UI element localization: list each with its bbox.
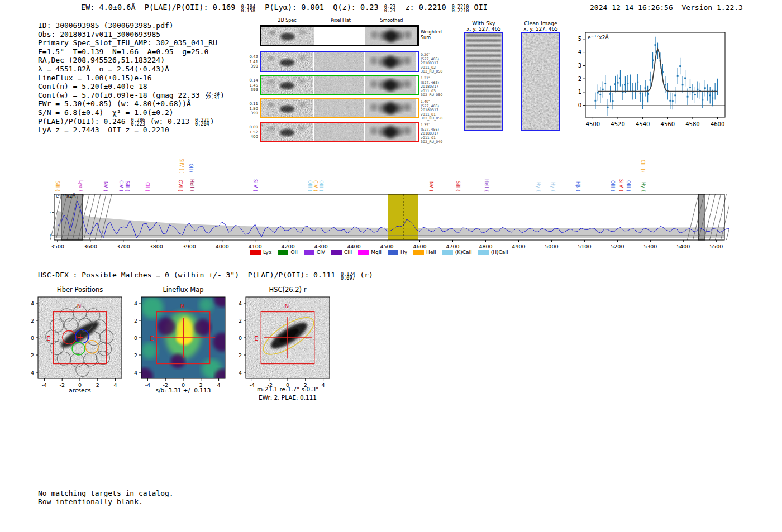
cutout-row-4 bbox=[260, 122, 419, 142]
svg-text:2: 2 bbox=[31, 318, 34, 324]
svg-text:4500: 4500 bbox=[380, 243, 393, 250]
withsky-fiber-stack bbox=[465, 33, 502, 130]
svg-text:4560: 4560 bbox=[661, 121, 675, 127]
detection-info-block: ID: 3000693985 (3000693985.pdf)Obs: 2018… bbox=[38, 21, 225, 135]
legend-item-4: MgII bbox=[358, 250, 382, 255]
svg-text:-2: -2 bbox=[237, 352, 242, 358]
svg-text:4580: 4580 bbox=[685, 121, 699, 127]
svg-text:0: 0 bbox=[578, 102, 581, 108]
cutout-left-labels-2: 0.141.45399 bbox=[236, 78, 258, 93]
svg-text:E: E bbox=[254, 336, 258, 342]
smoothed-image bbox=[365, 27, 417, 45]
svg-text:5500: 5500 bbox=[709, 243, 723, 250]
line-label-CIII: CIII ] ( bbox=[640, 160, 645, 173]
cutout-row-2 bbox=[260, 75, 419, 95]
cutout-right-labels-4: 1.35"(527, 456)20180317v011_01302_RU_049 bbox=[421, 123, 454, 144]
pixel-flat-image bbox=[314, 52, 364, 71]
svg-text:2: 2 bbox=[578, 76, 581, 82]
svg-text:0: 0 bbox=[134, 335, 137, 341]
svg-text:4600: 4600 bbox=[413, 243, 426, 250]
legend-swatch bbox=[413, 250, 424, 255]
legend-label: HeII bbox=[426, 250, 436, 255]
svg-text:5200: 5200 bbox=[611, 243, 624, 250]
svg-text:N: N bbox=[180, 303, 184, 309]
cutout-left-labels-4: 0.091.52400 bbox=[236, 125, 258, 140]
svg-text:2: 2 bbox=[134, 318, 137, 324]
header-summary: EW: 4.0±0.6Å P(LAE)/P(OII): 0.169 0.1840… bbox=[81, 3, 488, 13]
col-header-2dspec: 2D Spec bbox=[264, 18, 311, 23]
pixel-flat-image bbox=[314, 76, 364, 94]
svg-text:4700: 4700 bbox=[446, 243, 459, 250]
fiber-positions-panel: NE-4-2024420-2-4 bbox=[21, 294, 133, 392]
svg-text:4: 4 bbox=[239, 300, 242, 306]
svg-text:-2: -2 bbox=[132, 352, 137, 358]
hsc-panel-xlabel2: EWr: 2. PLAE: 0.111 bbox=[235, 394, 341, 401]
svg-text:0: 0 bbox=[239, 335, 242, 341]
legend-swatch bbox=[478, 250, 489, 255]
svg-text:4100: 4100 bbox=[249, 243, 262, 250]
info-line-11: P(LAE)/P(OII): 0.246 0.2860.223 (w: 0.21… bbox=[38, 117, 225, 126]
legend-item-0: Lyα bbox=[250, 250, 271, 255]
clean-noise-image bbox=[522, 33, 559, 130]
legend-label: MgII bbox=[371, 250, 382, 255]
withsky-coords: x, y: 527, 465 bbox=[461, 26, 506, 32]
svg-text:3800: 3800 bbox=[150, 243, 163, 250]
svg-text:3600: 3600 bbox=[84, 243, 97, 250]
stacked-uncertainty: 22.3422.31 bbox=[205, 92, 220, 100]
line-fit-chart: 450045204540456045804600012345e−17x2Å bbox=[578, 28, 740, 131]
svg-text:-4: -4 bbox=[132, 370, 137, 376]
header-datetime-version: 2024-12-14 16:26:56 Version 1.22.3 bbox=[590, 3, 743, 12]
svg-text:3500: 3500 bbox=[51, 243, 64, 250]
svg-text:4: 4 bbox=[31, 300, 34, 306]
legend-swatch bbox=[358, 250, 369, 255]
smoothed-image bbox=[365, 123, 416, 141]
svg-text:N: N bbox=[285, 303, 289, 309]
svg-text:4: 4 bbox=[134, 300, 137, 306]
info-line-1: Obs: 20180317v011_3000693985 bbox=[38, 30, 225, 39]
spectral-line-labels: SiII {Lyα {NV {CIV {SiII {CII {OVI {SiIV… bbox=[50, 148, 729, 193]
stacked-uncertainty: 0.22100.2210 bbox=[452, 5, 469, 13]
hsc-image-panel: NE-4-2024420-2-4 bbox=[229, 294, 341, 392]
svg-text:-2: -2 bbox=[29, 352, 34, 358]
svg-text:5000: 5000 bbox=[545, 243, 558, 250]
clean-title: Clean Image bbox=[518, 20, 563, 26]
fiber-panel-title: Fiber Positions bbox=[38, 286, 122, 294]
svg-text:5400: 5400 bbox=[676, 243, 690, 250]
info-line-5: λ = 4551.82Å σ = 2.54(±0.43)Å bbox=[38, 65, 225, 74]
legend-swatch bbox=[278, 250, 288, 255]
legend-swatch bbox=[388, 250, 398, 255]
clean-image bbox=[521, 32, 560, 131]
footer-line-2: Row intentionally blank. bbox=[38, 497, 143, 506]
hsc-image-chart: NE-4-2024420-2-4 bbox=[229, 294, 341, 390]
svg-text:4500: 4500 bbox=[586, 121, 600, 127]
fiber-positions-chart: NE-4-2024420-2-4 bbox=[21, 294, 133, 390]
svg-text:E: E bbox=[46, 336, 50, 342]
svg-text:0: 0 bbox=[50, 232, 51, 238]
svg-text:3: 3 bbox=[578, 63, 581, 69]
info-line-9: EWr = 5.30(±0.85) (w: 4.80(±0.68))Å bbox=[38, 99, 225, 108]
cutout-left-labels-3: 0.111.80399 bbox=[236, 102, 258, 116]
elixer-report-page: EW: 4.0±0.6Å P(LAE)/P(OII): 0.169 0.1840… bbox=[0, 0, 782, 532]
legend-item-6: HeII bbox=[413, 250, 436, 255]
line-fit-inset-plot: 450045204540456045804600012345e−17x2Å bbox=[578, 28, 740, 133]
svg-text:5300: 5300 bbox=[643, 243, 657, 250]
spec2d-image bbox=[261, 76, 313, 94]
legend-label: CIV bbox=[317, 250, 325, 255]
svg-text:4000: 4000 bbox=[216, 243, 229, 250]
info-line-3: F=1.5" T=0.139 N=1.66 A=0.95 g=25.0 bbox=[38, 47, 225, 56]
legend-item-3: CIII bbox=[331, 250, 352, 255]
hsc-dex-summary: HSC-DEX : Possible Matches = 0 (within +… bbox=[38, 271, 373, 280]
svg-text:4600: 4600 bbox=[711, 121, 724, 127]
legend-label: (H)CaII bbox=[491, 250, 508, 255]
legend-label: OII bbox=[290, 250, 297, 255]
svg-text:4: 4 bbox=[578, 49, 581, 55]
svg-text:N: N bbox=[77, 303, 81, 309]
stacked-uncertainty: 0.230.23 bbox=[384, 5, 395, 13]
lineflux-map-chart: NE-4-2024420-2-4 bbox=[125, 294, 236, 390]
cutout-row-1 bbox=[260, 51, 419, 72]
legend-item-5: Hγ bbox=[388, 250, 407, 255]
svg-text:4400: 4400 bbox=[347, 243, 361, 250]
svg-text:e−17x2Å: e−17x2Å bbox=[588, 34, 609, 40]
legend-item-8: (H)CaII bbox=[478, 250, 508, 255]
stacked-uncertainty: 0.2860.223 bbox=[131, 118, 145, 126]
